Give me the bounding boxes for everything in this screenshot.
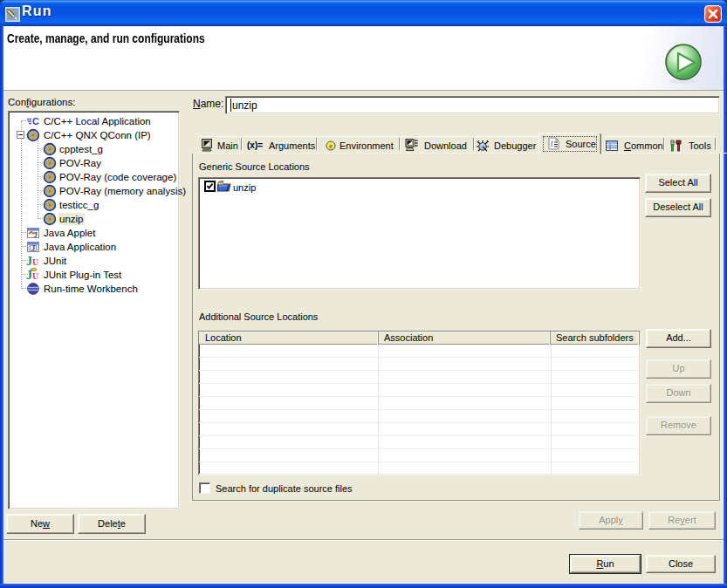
svg-text:J: J — [26, 255, 32, 268]
svg-text:e: e — [329, 142, 333, 150]
svg-text:J: J — [34, 230, 38, 239]
svg-text:U: U — [32, 271, 38, 281]
svg-text:J: J — [26, 269, 32, 282]
svg-text:U: U — [32, 257, 38, 267]
svg-text:{: { — [550, 140, 553, 148]
svg-text:C: C — [32, 116, 39, 126]
